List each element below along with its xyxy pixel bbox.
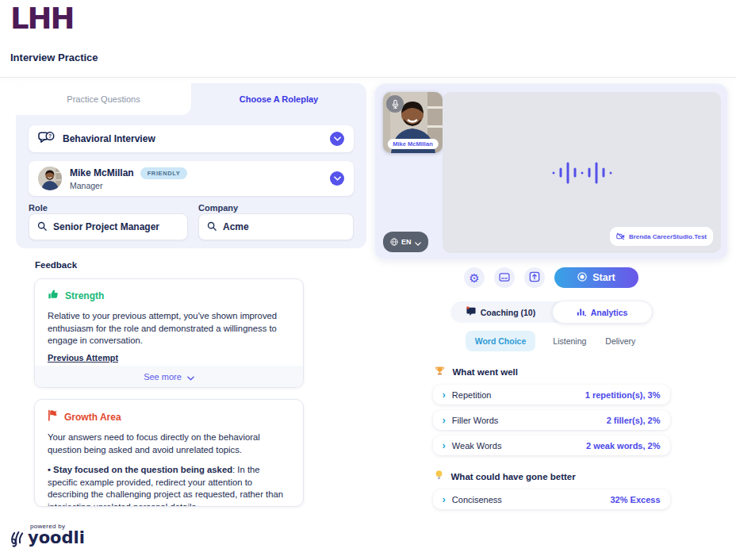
camera-off-icon: [616, 229, 625, 244]
metric-row-conciseness[interactable]: › Conciseness 32% Excess: [433, 489, 670, 509]
page-title: Interview Practice: [10, 52, 98, 63]
bot-name-pill: Brenda CareerStudio.Test: [610, 227, 713, 246]
chevron-down-icon: [187, 370, 194, 384]
metric-row-weak-words[interactable]: › Weak Words 2 weak words, 2%: [433, 435, 670, 455]
captions-icon: [499, 272, 510, 284]
tab-practice-questions[interactable]: Practice Questions: [16, 83, 191, 115]
subtab-delivery[interactable]: Delivery: [604, 331, 637, 351]
chevron-right-icon: ›: [443, 440, 446, 451]
metric-row-repetition[interactable]: › Repetition 1 repetition(s), 3%: [433, 385, 670, 405]
coaching-tab-label: Coaching (10): [481, 308, 535, 317]
video-stage: Brenda CareerStudio.Test: [443, 92, 721, 253]
lhh-logo: LHH: [10, 2, 74, 36]
strength-card: Strength Relative to your previous attem…: [34, 278, 304, 388]
previous-attempt-link[interactable]: Previous Attempt: [48, 353, 118, 362]
trophy-icon: [435, 365, 445, 379]
avatar: [38, 167, 62, 190]
results-tabbar: Coaching (10) Analytics: [450, 301, 653, 323]
metric-value: 32% Excess: [611, 495, 661, 504]
chevron-right-icon: ›: [443, 494, 446, 504]
metric-value: 2 filler(s), 2%: [607, 416, 661, 425]
captions-button[interactable]: [494, 267, 515, 288]
search-icon: [207, 220, 217, 234]
controls-row: ⚙: [374, 267, 728, 288]
see-more-button[interactable]: See more: [35, 366, 303, 387]
gone-better-heading: What could have gone better: [451, 472, 576, 481]
role-input-wrap: [29, 213, 188, 240]
subtab-listening[interactable]: Listening: [551, 331, 588, 351]
tab-choose-a-roleplay[interactable]: Choose A Roleplay: [191, 83, 366, 115]
metric-value: 2 weak words, 2%: [586, 441, 661, 451]
share-button[interactable]: [524, 267, 545, 288]
webcam-thumbnail: Mike McMillan: [383, 92, 443, 153]
chevron-down-icon[interactable]: [330, 132, 344, 146]
gone-better-section: What could have gone better › Concisenes…: [433, 470, 670, 509]
analytics-tab-label: Analytics: [591, 308, 628, 317]
metric-label: Conciseness: [452, 495, 502, 504]
chevron-right-icon: ›: [443, 415, 446, 425]
yoodli-mark-icon: [10, 530, 25, 551]
company-field-label: Company: [198, 203, 238, 213]
gear-icon: ⚙: [469, 272, 479, 284]
metric-row-filler-words[interactable]: › Filler Words 2 filler(s), 2%: [433, 410, 670, 430]
participant-name-pill: Mike McMillan: [387, 139, 438, 149]
growth-title: Growth Area: [64, 412, 121, 423]
company-input-wrap: [198, 213, 354, 240]
chevron-down-icon[interactable]: [330, 171, 344, 186]
mic-icon[interactable]: [386, 95, 404, 113]
growth-bullet: • Stay focused on the question being ask…: [48, 464, 290, 507]
powered-by-yoodli: powered by yoodli: [10, 523, 85, 551]
subtab-word-choice[interactable]: Word Choice: [466, 331, 536, 351]
went-well-section: What went well › Repetition 1 repetition…: [433, 365, 670, 455]
metric-label: Repetition: [452, 390, 492, 400]
lightbulb-icon: [435, 470, 443, 484]
metric-value: 1 repetition(s), 3%: [585, 390, 661, 400]
scenario-label: Behavioral Interview: [63, 133, 155, 144]
tab-coaching[interactable]: Coaching (10): [450, 301, 552, 323]
coaching-chat-icon: [466, 305, 476, 320]
svg-text:?: ?: [48, 133, 52, 139]
friendly-badge: FRIENDLY: [140, 167, 188, 179]
notification-dot: [466, 306, 469, 309]
language-selector[interactable]: EN: [383, 232, 428, 252]
growth-body: Your answers need to focus directly on t…: [48, 432, 290, 456]
chat-bubbles-icon: ?: [38, 131, 55, 147]
went-well-heading: What went well: [453, 367, 518, 377]
yoodli-wordmark: yoodli: [28, 530, 85, 547]
see-more-label: See more: [144, 372, 182, 382]
share-icon: [529, 271, 540, 285]
role-input[interactable]: [53, 221, 179, 232]
flag-icon: [48, 409, 58, 424]
tab-analytics[interactable]: Analytics: [552, 301, 653, 324]
bot-name-label: Brenda CareerStudio.Test: [629, 233, 707, 240]
growth-area-card: Growth Area Your answers need to focus d…: [34, 399, 304, 507]
analytics-bars-icon: [577, 305, 586, 320]
persona-selector[interactable]: Mike McMillan FRIENDLY Manager: [29, 161, 354, 196]
company-input[interactable]: [223, 221, 345, 232]
settings-button[interactable]: ⚙: [464, 267, 485, 288]
analytics-subtabs: Word Choice Listening Delivery: [374, 331, 728, 351]
scenario-selector[interactable]: ? Behavioral Interview: [29, 125, 354, 152]
globe-icon: [390, 235, 398, 249]
strength-title: Strength: [65, 290, 104, 301]
persona-info: Mike McMillan FRIENDLY Manager: [70, 167, 187, 190]
thumbs-up-icon: [48, 289, 59, 303]
language-label: EN: [401, 238, 412, 246]
waveform-icon: [552, 162, 611, 183]
record-icon: [577, 272, 587, 284]
role-field-label: Role: [29, 203, 48, 213]
chevron-down-icon: [415, 235, 421, 249]
start-button[interactable]: Start: [554, 267, 638, 288]
persona-role: Manager: [70, 181, 187, 190]
metric-label: Filler Words: [452, 416, 498, 425]
video-card: Mike McMillan Brenda CareerStudio.Test: [374, 83, 728, 260]
header-divider: [0, 77, 736, 78]
chevron-right-icon: ›: [443, 389, 446, 400]
metric-label: Weak Words: [452, 441, 502, 451]
growth-bullet-bold: • Stay focused on the question being ask…: [48, 465, 232, 474]
strength-body: Relative to your previous attempt, you'v…: [48, 310, 290, 347]
feedback-heading: Feedback: [35, 260, 77, 270]
roleplay-setup-panel: Practice Questions Choose A Roleplay ? B…: [16, 83, 366, 248]
start-label: Start: [592, 272, 615, 283]
search-icon: [37, 220, 47, 234]
